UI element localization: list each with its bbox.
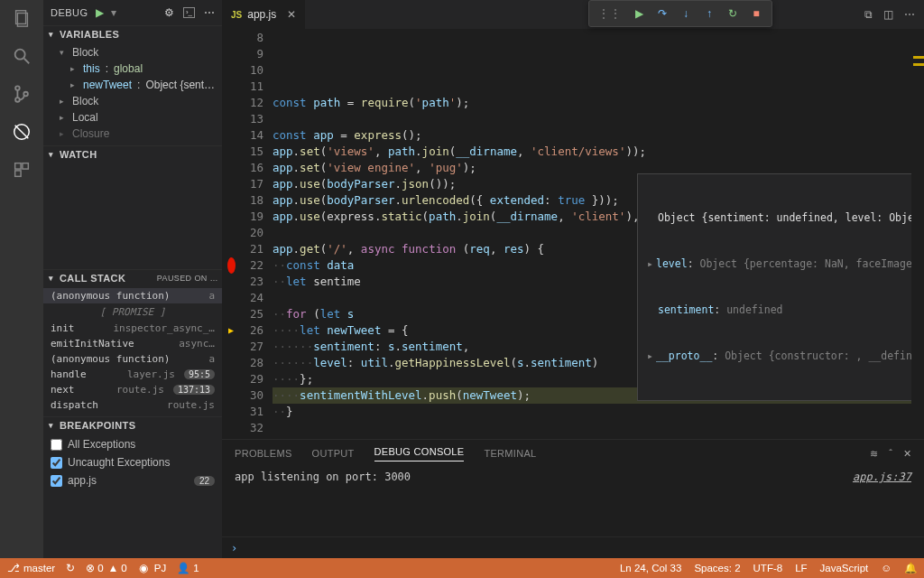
search-icon[interactable] bbox=[11, 45, 32, 67]
main-area: DEBUG ▶ ▾ ⚙ ›_ ⋯ ▾VARIABLES ▾Block ▸this… bbox=[0, 0, 924, 558]
close-icon[interactable]: ✕ bbox=[287, 8, 296, 21]
indentation[interactable]: Spaces: 2 bbox=[694, 563, 740, 573]
stack-frame[interactable]: (anonymous function)a bbox=[43, 288, 222, 303]
variables-header[interactable]: ▾VARIABLES bbox=[43, 26, 222, 42]
debug-toolbar[interactable]: ⋮⋮ ▶ ↷ ↓ ↑ ↻ ■ bbox=[588, 0, 772, 27]
status-bar: ⎇master ↻ ⊗ 0 ▲ 0 ◉PJ 👤1 Ln 24, Col 33 S… bbox=[0, 558, 924, 578]
callstack-section: ▾CALL STACKPAUSED ON … (anonymous functi… bbox=[43, 269, 222, 416]
bp-file[interactable]: app.js22 bbox=[43, 471, 222, 489]
bp-uncaught[interactable]: Uncaught Exceptions bbox=[43, 453, 222, 471]
svg-line-3 bbox=[24, 59, 30, 64]
var-newtweet[interactable]: ▸newTweet: Object {sent… bbox=[43, 77, 222, 93]
callstack-header[interactable]: ▾CALL STACKPAUSED ON … bbox=[43, 270, 222, 286]
hover-header: Object {sentiment: undefined, level: Obj… bbox=[647, 210, 911, 226]
tab-output[interactable]: OUTPUT bbox=[312, 448, 355, 459]
person-icon: 👤 bbox=[177, 563, 189, 574]
stack-frame[interactable]: (anonymous function)a bbox=[43, 351, 222, 367]
svg-rect-9 bbox=[15, 163, 21, 169]
clear-console-icon[interactable]: ≋ bbox=[870, 448, 878, 460]
collapse-panel-icon[interactable]: ˆ bbox=[889, 448, 892, 459]
activity-bar bbox=[0, 0, 43, 558]
console-output[interactable]: app listening on port: 3000 app.js:37 bbox=[222, 467, 924, 536]
code-editor[interactable]: ▶ 89101112131415161718192021222324252627… bbox=[222, 29, 924, 439]
continue-button[interactable]: ▶ bbox=[633, 7, 645, 20]
callstack-body: (anonymous function)a [ PROMISE ] initin… bbox=[43, 286, 222, 416]
extensions-icon[interactable] bbox=[11, 159, 32, 181]
console-source-link[interactable]: app.js:37 bbox=[853, 471, 911, 483]
participants[interactable]: 👤1 bbox=[177, 563, 199, 574]
config-dropdown[interactable]: ▾ bbox=[111, 6, 116, 19]
live-share[interactable]: ◉PJ bbox=[138, 563, 166, 574]
svg-rect-11 bbox=[15, 171, 21, 176]
tab-problems[interactable]: PROBLEMS bbox=[235, 448, 292, 459]
breakpoints-section: ▾BREAKPOINTS All Exceptions Uncaught Exc… bbox=[43, 416, 222, 493]
cursor-position[interactable]: Ln 24, Col 33 bbox=[620, 563, 681, 573]
breakpoints-body: All Exceptions Uncaught Exceptions app.j… bbox=[43, 434, 222, 493]
tab-bar: JS app.js ✕ ⧉ ◫ ⋯ ⋮⋮ ▶ ↷ ↓ ↑ ↻ ■ bbox=[222, 0, 924, 29]
git-branch[interactable]: ⎇master bbox=[7, 563, 55, 574]
restart-button[interactable]: ↻ bbox=[726, 7, 739, 20]
status-errors[interactable]: ⊗ 0 ▲ 0 bbox=[86, 562, 127, 574]
more-icon[interactable]: ⋯ bbox=[204, 6, 215, 19]
feedback-icon[interactable]: ☺ bbox=[881, 563, 892, 573]
breakpoint-gutter[interactable]: ▶ bbox=[222, 29, 240, 439]
step-out-button[interactable]: ↑ bbox=[703, 7, 716, 20]
stack-frame[interactable]: emitInitNativeasync… bbox=[43, 336, 222, 351]
notifications-icon[interactable]: 🔔 bbox=[904, 562, 917, 574]
debug-repl-input[interactable]: › bbox=[222, 536, 924, 558]
breakpoints-header[interactable]: ▾BREAKPOINTS bbox=[43, 417, 222, 434]
watch-header[interactable]: ▾WATCH bbox=[43, 146, 222, 163]
tab-debug-console[interactable]: DEBUG CONSOLE bbox=[374, 446, 465, 461]
var-scope-closure[interactable]: ▸Closure bbox=[43, 126, 222, 142]
debug-sidebar: DEBUG ▶ ▾ ⚙ ›_ ⋯ ▾VARIABLES ▾Block ▸this… bbox=[43, 0, 222, 558]
tab-terminal[interactable]: TERMINAL bbox=[484, 448, 536, 459]
svg-point-5 bbox=[15, 98, 20, 102]
stop-button[interactable]: ■ bbox=[750, 7, 762, 20]
compare-icon[interactable]: ⧉ bbox=[864, 8, 873, 21]
var-this[interactable]: ▸this: global bbox=[43, 61, 222, 77]
variables-body: ▾Block ▸this: global ▸newTweet: Object {… bbox=[43, 42, 222, 145]
step-over-button[interactable]: ↷ bbox=[656, 7, 669, 20]
sidebar-header: DEBUG ▶ ▾ ⚙ ›_ ⋯ bbox=[43, 0, 222, 25]
hover-row[interactable]: sentiment: undefined bbox=[647, 303, 911, 318]
code-content[interactable]: Object {sentiment: undefined, level: Obj… bbox=[273, 29, 911, 439]
vscode-window: DEBUG ▶ ▾ ⚙ ›_ ⋯ ▾VARIABLES ▾Block ▸this… bbox=[0, 0, 924, 578]
var-scope-block2[interactable]: ▸Block bbox=[43, 93, 222, 109]
stack-frame[interactable]: handlelayer.js95:5 bbox=[43, 367, 222, 382]
var-scope-local[interactable]: ▸Local bbox=[43, 109, 222, 126]
bottom-panel: PROBLEMS OUTPUT DEBUG CONSOLE TERMINAL ≋… bbox=[222, 439, 924, 558]
svg-rect-10 bbox=[23, 163, 28, 169]
language-mode[interactable]: JavaScript bbox=[820, 563, 869, 573]
var-scope-block[interactable]: ▾Block bbox=[43, 44, 222, 61]
hover-row[interactable]: ▸level: Object {percentage: NaN, faceIma… bbox=[647, 256, 911, 272]
hover-row[interactable]: ▸__proto__: Object {constructor: , __def… bbox=[647, 349, 911, 364]
tab-appjs[interactable]: JS app.js ✕ bbox=[222, 0, 305, 29]
gear-icon[interactable]: ⚙ bbox=[164, 6, 174, 19]
encoding[interactable]: UTF-8 bbox=[753, 563, 783, 573]
sidebar-title: DEBUG bbox=[51, 7, 88, 18]
js-file-icon: JS bbox=[231, 10, 242, 20]
debug-console-icon[interactable]: ›_ bbox=[183, 7, 195, 18]
explorer-icon[interactable] bbox=[11, 7, 32, 29]
stack-frame[interactable]: dispatchroute.js bbox=[43, 397, 222, 413]
source-control-icon[interactable] bbox=[11, 83, 32, 105]
debug-icon[interactable] bbox=[11, 121, 32, 143]
close-panel-icon[interactable]: ✕ bbox=[903, 448, 911, 460]
git-sync[interactable]: ↻ bbox=[66, 562, 75, 574]
svg-point-4 bbox=[15, 86, 20, 90]
drag-handle-icon[interactable]: ⋮⋮ bbox=[598, 7, 622, 20]
minimap[interactable] bbox=[911, 29, 924, 439]
bp-all-exceptions[interactable]: All Exceptions bbox=[43, 435, 222, 453]
eol[interactable]: LF bbox=[795, 563, 807, 573]
start-debug-button[interactable]: ▶ bbox=[96, 6, 104, 19]
watch-body[interactable] bbox=[43, 163, 222, 269]
split-editor-icon[interactable]: ◫ bbox=[883, 8, 893, 21]
step-into-button[interactable]: ↓ bbox=[679, 7, 692, 20]
stack-frame[interactable]: nextroute.js137:13 bbox=[43, 382, 222, 397]
git-branch-icon: ⎇ bbox=[7, 563, 19, 574]
more-icon[interactable]: ⋯ bbox=[904, 8, 915, 21]
svg-line-8 bbox=[15, 126, 29, 139]
debug-hover[interactable]: Object {sentiment: undefined, level: Obj… bbox=[637, 173, 911, 401]
svg-point-2 bbox=[15, 50, 25, 60]
stack-frame[interactable]: initinspector_async_… bbox=[43, 321, 222, 336]
